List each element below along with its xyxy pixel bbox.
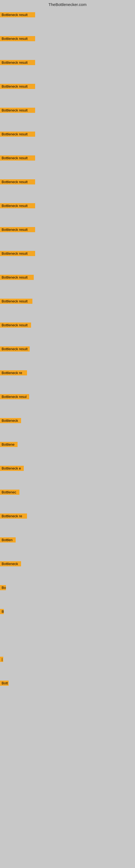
site-title: TheBottlenecker.com xyxy=(0,0,135,9)
bottleneck-result-label: Bottleneck result xyxy=(0,322,31,328)
bottleneck-result-label: Bottlene xyxy=(0,442,17,447)
bottleneck-result-label: Bottlen xyxy=(0,537,16,542)
bottleneck-result-label: Bottleneck re xyxy=(0,514,27,519)
bottleneck-result-label: Bott xyxy=(0,681,9,686)
list-item: Bottleneck result xyxy=(0,320,135,344)
bottleneck-result-label: Bottleneck result xyxy=(0,346,30,351)
bottleneck-result-label: Bottleneck resul xyxy=(0,394,29,399)
list-item xyxy=(0,773,135,797)
list-item xyxy=(0,821,135,845)
list-item xyxy=(0,749,135,773)
bottleneck-result-label: Bottleneck result xyxy=(0,84,35,89)
bottleneck-result-label: Bo xyxy=(0,585,6,590)
list-item xyxy=(0,702,135,725)
list-item: Bottleneck result xyxy=(0,200,135,224)
list-item: Bottleneck re xyxy=(0,368,135,392)
list-item: B xyxy=(0,606,135,630)
bottleneck-result-label: Bottleneck result xyxy=(0,108,35,113)
list-item: Bottlenec xyxy=(0,487,135,511)
list-item: Bottleneck result xyxy=(0,344,135,368)
list-item xyxy=(0,725,135,749)
list-item: Bottleneck xyxy=(0,415,135,439)
list-item: Bottleneck result xyxy=(0,248,135,272)
bottleneck-result-label: Bottleneck xyxy=(0,418,21,423)
bottleneck-result-label: Bottleneck result xyxy=(0,12,35,18)
list-item: Bottlene xyxy=(0,439,135,463)
list-item: Bottleneck result xyxy=(0,33,135,57)
list-item: Bott xyxy=(0,678,135,702)
list-item: Bottleneck result xyxy=(0,81,135,105)
list-item: Bottleneck xyxy=(0,558,135,582)
bottleneck-result-label: Bottleneck result xyxy=(0,179,35,184)
bottleneck-result-label: Bottlenec xyxy=(0,490,19,495)
list-item xyxy=(0,630,135,654)
bottleneck-result-label: Bottleneck result xyxy=(0,203,35,208)
list-item: Bottleneck e xyxy=(0,463,135,487)
list-item: Bo xyxy=(0,582,135,606)
list-item: Bottleneck result xyxy=(0,177,135,200)
list-item: Bottleneck resul xyxy=(0,392,135,415)
bottleneck-result-label: Bottleneck result xyxy=(0,227,35,232)
bottleneck-result-label: Bottleneck result xyxy=(0,251,35,256)
bottleneck-result-label: Bottleneck result xyxy=(0,299,32,304)
rows-container: Bottleneck resultBottleneck resultBottle… xyxy=(0,9,135,845)
bottleneck-result-label: Bottleneck result xyxy=(0,155,35,161)
bottleneck-result-label: Bottleneck xyxy=(0,561,21,566)
list-item: Bottleneck result xyxy=(0,57,135,81)
list-item xyxy=(0,797,135,821)
bottleneck-result-label: Bottleneck e xyxy=(0,466,24,471)
list-item: Bottleneck result xyxy=(0,9,135,33)
bottleneck-result-label: Bottleneck result xyxy=(0,60,35,65)
bottleneck-result-label: | xyxy=(0,657,3,662)
bottleneck-result-label: Bottleneck result xyxy=(0,275,34,280)
list-item: | xyxy=(0,654,135,678)
list-item: Bottleneck result xyxy=(0,272,135,296)
list-item: Bottleneck result xyxy=(0,129,135,153)
list-item: Bottleneck re xyxy=(0,511,135,535)
bottleneck-result-label: Bottleneck result xyxy=(0,36,35,41)
bottleneck-result-label: Bottleneck re xyxy=(0,370,27,375)
bottleneck-result-label: B xyxy=(0,609,4,614)
list-item: Bottleneck result xyxy=(0,224,135,248)
bottleneck-result-label: Bottleneck result xyxy=(0,131,35,137)
list-item: Bottleneck result xyxy=(0,153,135,177)
list-item: Bottleneck result xyxy=(0,296,135,320)
list-item: Bottlen xyxy=(0,535,135,558)
list-item: Bottleneck result xyxy=(0,105,135,129)
